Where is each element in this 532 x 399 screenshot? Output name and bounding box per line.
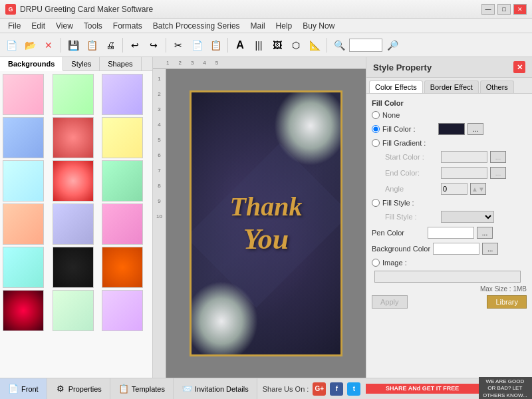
bg-color-row: Background Color ... bbox=[372, 243, 527, 255]
canvas-content: 1 2 3 4 5 6 7 8 9 10 bbox=[153, 69, 366, 378]
fill-style-select-row: Fill Style : bbox=[372, 211, 527, 223]
list-item[interactable] bbox=[3, 160, 44, 201]
fill-style-radio[interactable] bbox=[372, 199, 380, 207]
facebook-share-button[interactable]: f bbox=[330, 382, 343, 396]
tb-text[interactable]: A bbox=[231, 37, 249, 54]
list-item[interactable] bbox=[53, 117, 94, 158]
fill-color-radio[interactable] bbox=[372, 125, 380, 133]
properties-button[interactable]: ⚙ Properties bbox=[47, 378, 110, 399]
toolbar-sep-3 bbox=[166, 38, 166, 53]
bg-color-picker[interactable]: ... bbox=[482, 243, 498, 255]
bg-color-input[interactable] bbox=[433, 243, 479, 255]
tab-styles[interactable]: Styles bbox=[63, 57, 100, 70]
fill-gradient-label: Fill Gradient : bbox=[382, 139, 436, 147]
fill-color-label: Fill Color : bbox=[382, 125, 436, 133]
menu-buy[interactable]: Buy Now bbox=[297, 20, 340, 32]
tab-shapes[interactable]: Shapes bbox=[100, 57, 141, 70]
tb-saveas[interactable]: 📋 bbox=[83, 37, 100, 54]
minimize-button[interactable]: — bbox=[481, 4, 495, 15]
list-item[interactable] bbox=[53, 290, 94, 331]
templates-label: Templates bbox=[132, 385, 165, 393]
maximize-button[interactable]: □ bbox=[497, 4, 511, 15]
list-item[interactable] bbox=[102, 117, 143, 158]
twitter-share-button[interactable]: t bbox=[347, 382, 360, 396]
tb-copy[interactable]: 📄 bbox=[188, 37, 205, 54]
tb-redo[interactable]: ↪ bbox=[145, 37, 162, 54]
menu-batch[interactable]: Batch Processing Series bbox=[148, 20, 245, 32]
tb-shapes[interactable]: ⬡ bbox=[287, 37, 305, 54]
pen-color-input[interactable] bbox=[428, 227, 474, 239]
tb-open[interactable]: 📂 bbox=[21, 37, 39, 54]
tab-backgrounds[interactable]: Backgrounds bbox=[0, 57, 63, 71]
list-item[interactable] bbox=[53, 247, 94, 288]
max-size-label: Max Size : 1MB bbox=[372, 285, 527, 293]
zoom-input[interactable]: 125% bbox=[349, 39, 382, 52]
list-item[interactable] bbox=[53, 74, 94, 115]
tb-cut[interactable]: ✂ bbox=[170, 37, 187, 54]
fill-color-picker-button[interactable]: ... bbox=[467, 123, 483, 135]
style-property-close-button[interactable]: ✕ bbox=[513, 61, 525, 73]
greeting-card: Thank You bbox=[190, 90, 342, 356]
tab-color-effects[interactable]: Color Effects bbox=[369, 80, 423, 93]
tb-print[interactable]: 🖨 bbox=[102, 37, 119, 54]
style-property-title: Style Property bbox=[373, 63, 432, 72]
tb-undo[interactable]: ↩ bbox=[126, 37, 144, 54]
fill-gradient-radio[interactable] bbox=[372, 139, 380, 147]
canvas-scroll[interactable]: Thank You bbox=[166, 69, 366, 378]
invitation-label: Invitation Details bbox=[195, 385, 249, 393]
list-item[interactable] bbox=[3, 117, 44, 158]
tb-new[interactable]: 📄 bbox=[3, 37, 20, 54]
list-item[interactable] bbox=[3, 290, 44, 331]
ruler-vertical: 1 2 3 4 5 6 7 8 9 10 bbox=[153, 69, 166, 378]
list-item[interactable] bbox=[53, 203, 94, 245]
menu-tools[interactable]: Tools bbox=[78, 20, 108, 32]
none-radio[interactable] bbox=[372, 111, 380, 119]
close-button[interactable]: ✕ bbox=[513, 4, 527, 15]
menu-formats[interactable]: Formats bbox=[108, 20, 148, 32]
tab-border-effect[interactable]: Border Effect bbox=[424, 80, 479, 93]
menu-view[interactable]: View bbox=[51, 20, 78, 32]
tb-close[interactable]: ✕ bbox=[40, 37, 57, 54]
templates-button[interactable]: 📋 Templates bbox=[110, 378, 174, 399]
image-radio[interactable] bbox=[372, 259, 380, 267]
list-item[interactable] bbox=[102, 290, 143, 331]
fill-style-dropdown-label: Fill Style : bbox=[385, 213, 438, 221]
none-label: None bbox=[382, 111, 436, 119]
card-text: Thank You bbox=[230, 191, 303, 256]
list-item[interactable] bbox=[102, 203, 143, 245]
menu-mail[interactable]: Mail bbox=[245, 20, 271, 32]
canvas-area: 1 2 3 4 5 1 2 3 4 5 6 7 8 9 10 bbox=[153, 57, 366, 378]
tb-image[interactable]: 🖼 bbox=[269, 37, 286, 54]
apply-button[interactable]: Apply bbox=[372, 295, 408, 309]
tab-others[interactable]: Others bbox=[480, 80, 514, 93]
toolbar-sep-4 bbox=[227, 38, 228, 53]
tb-zoomout[interactable]: 🔎 bbox=[384, 37, 401, 54]
list-item[interactable] bbox=[102, 160, 143, 201]
list-item[interactable] bbox=[3, 247, 44, 288]
share-promo-banner[interactable]: SHARE ANd GET IT FREE bbox=[366, 384, 479, 394]
invitation-button[interactable]: 📨 Invitation Details bbox=[174, 378, 257, 399]
fill-color-row: Fill Color : ... bbox=[372, 123, 527, 135]
list-item[interactable] bbox=[3, 203, 44, 245]
list-item[interactable] bbox=[3, 74, 44, 115]
image-path-area bbox=[372, 271, 527, 283]
tb-barcode[interactable]: ||| bbox=[250, 37, 267, 54]
thumbnail-area[interactable] bbox=[0, 71, 152, 378]
menu-edit[interactable]: Edit bbox=[26, 20, 51, 32]
tb-save[interactable]: 💾 bbox=[65, 37, 82, 54]
menu-help[interactable]: Help bbox=[271, 20, 298, 32]
angle-label: Angle bbox=[385, 185, 438, 193]
fill-color-swatch[interactable] bbox=[438, 123, 465, 135]
google-share-button[interactable]: G+ bbox=[313, 382, 326, 396]
pen-color-picker[interactable]: ... bbox=[477, 227, 493, 239]
front-button[interactable]: 📄 Front bbox=[0, 378, 47, 399]
list-item[interactable] bbox=[53, 160, 94, 201]
tb-paste[interactable]: 📋 bbox=[207, 37, 224, 54]
list-item[interactable] bbox=[102, 74, 143, 115]
list-item[interactable] bbox=[102, 247, 143, 288]
tb-zoomin[interactable]: 🔍 bbox=[331, 37, 348, 54]
tb-line[interactable]: 📐 bbox=[306, 37, 323, 54]
library-button[interactable]: Library bbox=[487, 295, 527, 309]
menu-file[interactable]: File bbox=[3, 20, 26, 32]
style-property-tabs: Color Effects Border Effect Others bbox=[366, 78, 532, 94]
